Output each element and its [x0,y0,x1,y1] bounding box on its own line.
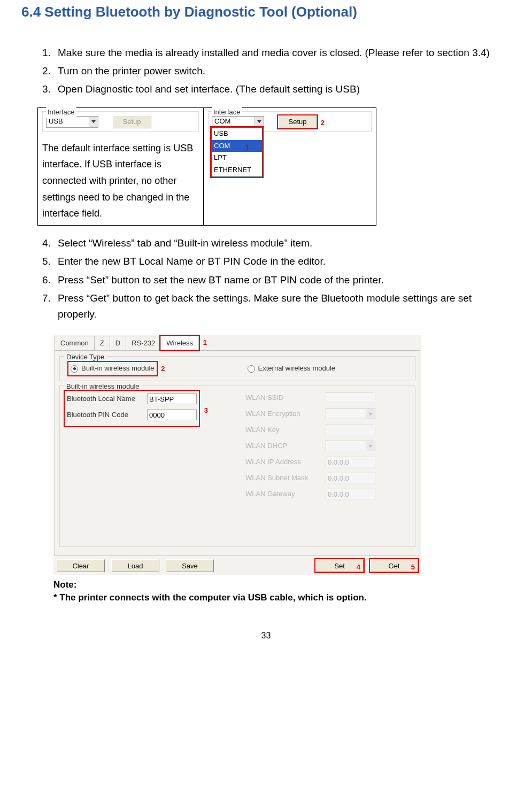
wlan-column: WLAN SSID WLAN Encryption WLAN Key WLAN … [245,391,410,504]
tab-bar: Common Z D RS-232 Wireless 1 [53,335,421,351]
tab-wireless-body: Device Type Built-in wireless module 2 E… [55,350,420,556]
interface-com-panel: Interface COM Setup 2 USB COM LPT ETHERN… [204,108,376,225]
svg-marker-3 [368,445,373,448]
tab-wireless[interactable]: Wireless [160,336,199,351]
callout-fig2-4: 4 [357,562,360,573]
step-5: Enter the new BT Local Name or BT PIN Co… [53,253,511,269]
svg-marker-0 [91,120,96,123]
interface-usb-note: The default interface setting is USB int… [42,140,199,222]
tab-rs232[interactable]: RS-232 [126,336,161,351]
step-7: Press “Get” button to get back the setti… [53,290,511,323]
interface-combo-com[interactable]: COM [212,116,264,128]
step-4: Select “Wireless” tab and “Built-in wire… [53,235,511,251]
wlan-ip-input [326,457,375,467]
callout-1: 1 [245,143,249,154]
radio-builtin[interactable]: Built-in wireless module [68,362,157,375]
wlan-gateway-label: WLAN Gateway [245,489,326,500]
builtin-wireless-title: Built-in wireless module [64,381,142,392]
svg-marker-1 [257,120,261,123]
figure-interface-panels: Interface USB Setup The default interfac… [37,107,376,226]
instruction-list: Make sure the media is already installed… [21,45,511,98]
step-2: Turn on the printer power switch. [53,63,511,79]
device-type-group: Device Type Built-in wireless module 2 E… [59,356,415,381]
radio-builtin-label: Built-in wireless module [81,363,155,374]
interface-option-com[interactable]: COM [212,140,262,152]
interface-usb-fieldset: Interface USB Setup [42,111,199,132]
note-body: * The printer connects with the computer… [53,591,511,604]
interface-usb-panel: Interface USB Setup The default interfac… [38,108,204,225]
bt-pin-label: Bluetooth PIN Code [67,410,147,421]
bt-name-input[interactable] [147,394,197,404]
wlan-key-label: WLAN Key [245,425,326,436]
interface-option-lpt[interactable]: LPT [212,152,262,164]
callout-fig2-3: 3 [204,405,208,417]
instruction-list-cont: Select “Wireless” tab and “Built-in wire… [21,235,511,323]
wlan-encryption-combo [326,408,375,419]
tab-common[interactable]: Common [55,336,95,351]
wlan-gateway-input [326,489,375,499]
wlan-encryption-label: WLAN Encryption [245,408,326,420]
callout-2: 2 [321,118,325,129]
section-heading: 6.4 Setting Bluetooth by Diagnostic Tool… [21,1,511,24]
step-6: Press “Set” button to set the new BT nam… [53,272,511,288]
wlan-dhcp-combo [326,441,375,451]
chevron-down-icon[interactable] [89,117,98,127]
chevron-down-icon [366,441,375,451]
radio-external[interactable]: External wireless module [248,362,336,375]
bottom-button-bar: Clear Load Save Set 4 Get 5 [53,557,421,575]
wlan-dhcp-label: WLAN DHCP [245,441,326,452]
chevron-down-icon [366,409,375,419]
tab-d[interactable]: D [110,336,126,351]
diagnostic-tool-window: Common Z D RS-232 Wireless 1 Device Type… [53,335,421,576]
callout-fig2-5: 5 [411,562,415,573]
bt-pin-input[interactable] [147,410,197,420]
note-title: Note: [53,579,511,591]
interface-combo-com-value: COM [212,116,255,127]
callout-fig2-2: 2 [161,364,165,375]
wlan-subnet-input [326,473,375,483]
wlan-subnet-label: WLAN Subnet Mask [245,473,326,484]
device-type-title: Device Type [64,352,106,363]
save-button[interactable]: Save [166,559,214,572]
wlan-key-input [326,425,375,435]
note-block: Note: * The printer connects with the co… [53,579,511,604]
chevron-down-icon[interactable] [255,117,264,127]
builtin-wireless-group: Built-in wireless module Bluetooth Local… [59,385,415,547]
interface-option-usb[interactable]: USB [212,128,262,140]
interface-option-ethernet[interactable]: ETHERNET [212,164,262,176]
interface-legend-left: Interface [46,107,76,118]
clear-button[interactable]: Clear [57,559,105,572]
tab-z[interactable]: Z [94,336,110,351]
page-number: 33 [21,629,511,643]
step-3: Open Diagnostic tool and set interface. … [53,81,511,97]
bt-name-label: Bluetooth Local Name [67,394,147,405]
bluetooth-column: Bluetooth Local Name Bluetooth PIN Code … [65,391,229,504]
radio-icon [248,365,255,373]
wlan-ssid-input [326,392,375,403]
setup-button-disabled: Setup [112,115,151,128]
setup-button[interactable]: Setup [278,115,317,128]
callout-fig2-1: 1 [203,337,207,349]
interface-dropdown[interactable]: USB COM LPT ETHERNET [211,127,263,177]
wlan-ip-label: WLAN IP Address [245,457,326,468]
svg-marker-2 [368,413,373,415]
radio-icon [71,365,78,373]
wlan-ssid-label: WLAN SSID [245,392,326,404]
load-button[interactable]: Load [111,559,159,572]
step-1: Make sure the media is already installed… [53,45,511,61]
radio-external-label: External wireless module [258,363,336,374]
